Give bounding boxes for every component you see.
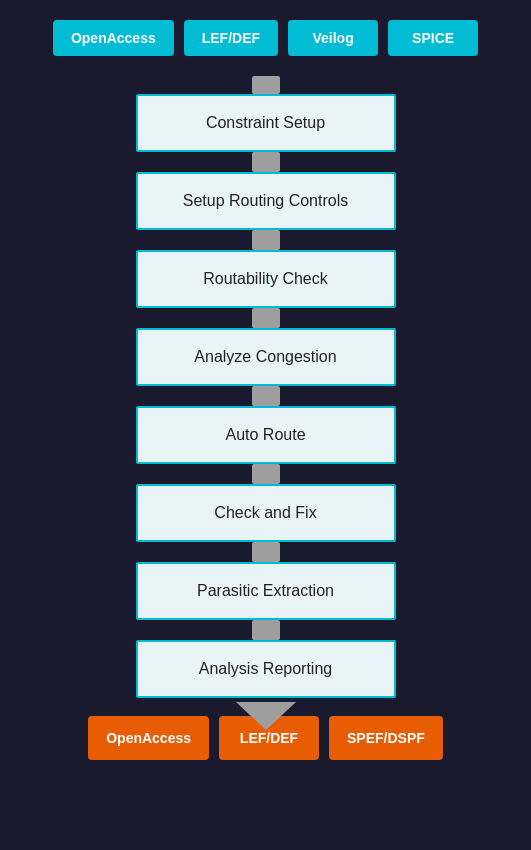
top-lefdef-button[interactable]: LEF/DEF [184, 20, 278, 56]
parasitic-extraction-box[interactable]: Parasitic Extraction [136, 562, 396, 620]
top-openaccess-button[interactable]: OpenAccess [53, 20, 174, 56]
connector-3 [252, 308, 280, 328]
analysis-reporting-box[interactable]: Analysis Reporting [136, 640, 396, 698]
top-spice-button[interactable]: SPICE [388, 20, 478, 56]
top-input-buttons: OpenAccess LEF/DEF Veilog SPICE [53, 20, 478, 56]
connector-7 [252, 620, 280, 640]
top-verilog-button[interactable]: Veilog [288, 20, 378, 56]
connector-6 [252, 542, 280, 562]
connector-5 [252, 464, 280, 484]
arrow-head [236, 702, 296, 730]
flow-diagram: Constraint Setup Setup Routing Controls … [136, 76, 396, 706]
constraint-setup-box[interactable]: Constraint Setup [136, 94, 396, 152]
connector-1 [252, 152, 280, 172]
connector-top [252, 76, 280, 94]
bottom-openaccess-button[interactable]: OpenAccess [88, 716, 209, 760]
auto-route-box[interactable]: Auto Route [136, 406, 396, 464]
routability-check-box[interactable]: Routability Check [136, 250, 396, 308]
bottom-spefdspf-button[interactable]: SPEF/DSPF [329, 716, 443, 760]
connector-4 [252, 386, 280, 406]
check-and-fix-box[interactable]: Check and Fix [136, 484, 396, 542]
setup-routing-controls-box[interactable]: Setup Routing Controls [136, 172, 396, 230]
analyze-congestion-box[interactable]: Analyze Congestion [136, 328, 396, 386]
connector-2 [252, 230, 280, 250]
